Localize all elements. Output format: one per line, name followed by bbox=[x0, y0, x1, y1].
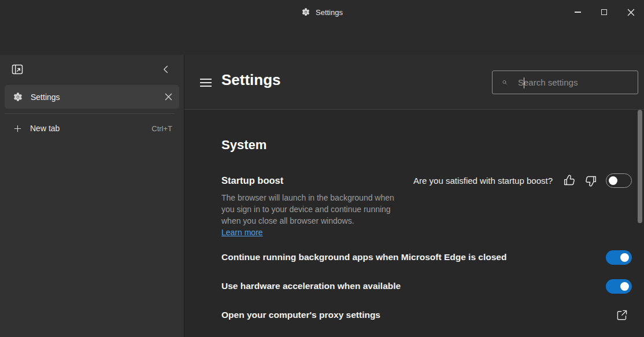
maximize-icon bbox=[601, 9, 607, 15]
settings-search-box[interactable] bbox=[492, 71, 638, 94]
background-apps-toggle[interactable] bbox=[606, 250, 632, 265]
startup-boost-title: Startup boost bbox=[221, 175, 283, 186]
close-tab-button[interactable] bbox=[165, 93, 172, 101]
setting-row-background-apps: Continue running background apps when Mi… bbox=[184, 245, 644, 270]
setting-row-hardware-acceleration: Use hardware acceleration when available bbox=[184, 273, 644, 299]
gear-icon bbox=[13, 92, 23, 102]
active-tab-title: Settings bbox=[0, 0, 644, 24]
edge-browser-window: Settings bbox=[0, 0, 644, 337]
thumbs-down-icon[interactable] bbox=[584, 173, 598, 188]
plus-icon bbox=[13, 124, 23, 134]
gear-icon bbox=[301, 8, 310, 17]
settings-menu-button[interactable] bbox=[200, 77, 213, 88]
external-link-icon[interactable] bbox=[615, 308, 629, 322]
close-icon bbox=[627, 9, 635, 16]
sidebar-divider bbox=[5, 113, 175, 114]
setting-label: Use hardware acceleration when available bbox=[221, 281, 606, 291]
tab-actions-menu-button[interactable] bbox=[10, 62, 24, 76]
page-title: Settings bbox=[221, 71, 281, 89]
text-caret bbox=[524, 77, 524, 88]
hamburger-icon bbox=[200, 79, 212, 80]
new-tab-label: New tab bbox=[30, 124, 151, 133]
maximize-button[interactable] bbox=[591, 0, 617, 24]
window-titlebar: Settings bbox=[0, 0, 644, 24]
settings-page-header: Settings bbox=[184, 55, 644, 110]
search-input[interactable] bbox=[518, 77, 633, 87]
scrollbar-thumb[interactable] bbox=[638, 110, 642, 223]
section-title-system: System bbox=[221, 138, 267, 153]
browser-toolbar: Edge | edge://settings/system bbox=[0, 24, 644, 55]
toggle-knob bbox=[620, 253, 629, 262]
thumbs-up-icon[interactable] bbox=[562, 173, 576, 188]
vertical-tabs-panel: Settings New tab Ctrl+T bbox=[0, 55, 184, 337]
toggle-knob bbox=[620, 282, 629, 291]
setting-label: Open your computer's proxy settings bbox=[221, 310, 615, 320]
toggle-knob bbox=[609, 176, 617, 185]
feedback-question: Are you satisfied with startup boost? bbox=[413, 176, 553, 186]
window-controls bbox=[564, 0, 644, 24]
collapse-sidebar-button[interactable] bbox=[160, 63, 172, 76]
minimize-button[interactable] bbox=[564, 0, 591, 24]
tab-actions-icon bbox=[10, 62, 24, 76]
startup-boost-toggle[interactable] bbox=[606, 173, 632, 188]
new-tab-shortcut: Ctrl+T bbox=[151, 124, 172, 133]
settings-page: Settings System Startup boost The browse… bbox=[184, 55, 644, 337]
tab-title-text: Settings bbox=[316, 8, 343, 17]
sidebar-header bbox=[0, 55, 184, 85]
tab-label: Settings bbox=[31, 92, 165, 102]
startup-boost-description: The browser will launch in the backgroun… bbox=[221, 192, 402, 227]
setting-row-proxy-settings[interactable]: Open your computer's proxy settings bbox=[184, 302, 644, 328]
startup-boost-feedback: Are you satisfied with startup boost? bbox=[413, 172, 632, 188]
chevron-left-icon bbox=[160, 63, 172, 76]
new-tab-button[interactable]: New tab Ctrl+T bbox=[5, 117, 179, 139]
minimize-icon bbox=[575, 12, 581, 12]
learn-more-link[interactable]: Learn more bbox=[221, 228, 263, 237]
hardware-acceleration-toggle[interactable] bbox=[606, 279, 632, 294]
close-button[interactable] bbox=[617, 0, 644, 24]
tab-settings[interactable]: Settings bbox=[5, 85, 179, 109]
search-icon bbox=[502, 77, 508, 88]
setting-label: Continue running background apps when Mi… bbox=[221, 252, 606, 262]
